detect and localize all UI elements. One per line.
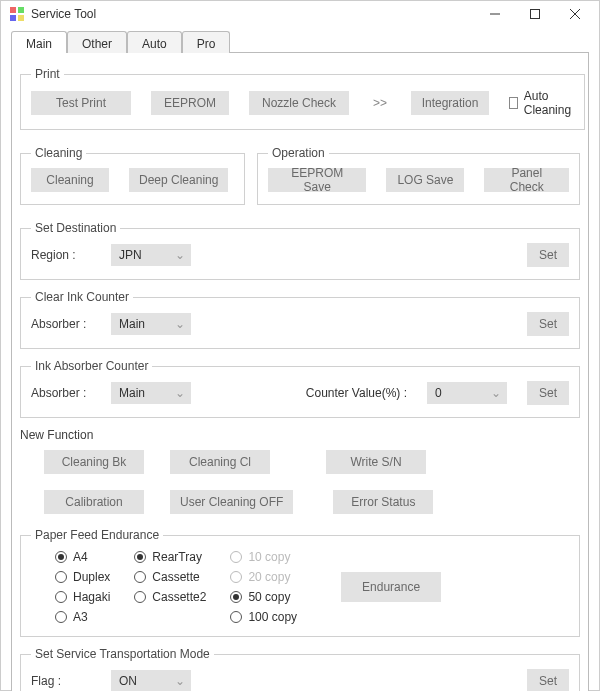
user-cleaning-off-button[interactable]: User Cleaning OFF [170, 490, 293, 514]
region-select[interactable]: JPN ⌄ [111, 244, 191, 266]
svg-rect-3 [18, 15, 24, 21]
tab-main[interactable]: Main [11, 31, 67, 53]
radio-20copy[interactable]: 20 copy [230, 570, 297, 584]
set-destination-set-button[interactable]: Set [527, 243, 569, 267]
absorber-select[interactable]: Main ⌄ [111, 382, 191, 404]
group-legend: Paper Feed Endurance [31, 528, 163, 542]
arrow-icon: >> [369, 96, 391, 110]
radio-icon [134, 571, 146, 583]
eeprom-save-button[interactable]: EEPROM Save [268, 168, 366, 192]
group-operation: Operation EEPROM Save LOG Save Panel Che… [257, 146, 580, 205]
radio-100copy[interactable]: 100 copy [230, 610, 297, 624]
deep-cleaning-button[interactable]: Deep Cleaning [129, 168, 228, 192]
chevron-down-icon: ⌄ [175, 386, 185, 400]
radio-icon [55, 571, 67, 583]
select-value: Main [119, 317, 145, 331]
counter-value-label: Counter Value(%) : [306, 386, 407, 400]
counter-value-select[interactable]: 0 ⌄ [427, 382, 507, 404]
close-button[interactable] [555, 1, 595, 27]
svg-rect-5 [531, 10, 540, 19]
tab-strip: Main Other Auto Pro [11, 31, 589, 53]
group-legend: Set Destination [31, 221, 120, 235]
tabpage-main: Print Test Print EEPROM Nozzle Check >> … [11, 52, 589, 691]
window-title: Service Tool [31, 7, 96, 21]
maximize-button[interactable] [515, 1, 555, 27]
radio-label: Hagaki [73, 590, 110, 604]
radio-icon [55, 551, 67, 563]
cleaning-bk-button[interactable]: Cleaning Bk [44, 450, 144, 474]
clear-ink-set-button[interactable]: Set [527, 312, 569, 336]
cleaning-cl-button[interactable]: Cleaning Cl [170, 450, 270, 474]
new-function-title: New Function [20, 428, 580, 442]
group-legend: Set Service Transportation Mode [31, 647, 214, 661]
tab-other[interactable]: Other [67, 31, 127, 53]
tab-pro[interactable]: Pro [182, 31, 231, 53]
auto-cleaning-checkbox[interactable]: Auto Cleaning [509, 89, 574, 117]
radio-label: 20 copy [248, 570, 290, 584]
radio-a4[interactable]: A4 [55, 550, 110, 564]
radio-label: A4 [73, 550, 88, 564]
flag-label: Flag : [31, 674, 91, 688]
radio-10copy[interactable]: 10 copy [230, 550, 297, 564]
error-status-button[interactable]: Error Status [333, 490, 433, 514]
cleaning-button[interactable]: Cleaning [31, 168, 109, 192]
select-value: 0 [435, 386, 442, 400]
copies-radiogroup: 10 copy 20 copy 50 copy 100 copy [230, 550, 297, 624]
flag-select[interactable]: ON ⌄ [111, 670, 191, 691]
absorber-select[interactable]: Main ⌄ [111, 313, 191, 335]
select-value: Main [119, 386, 145, 400]
chevron-down-icon: ⌄ [175, 317, 185, 331]
radio-icon [230, 611, 242, 623]
radio-icon [55, 611, 67, 623]
radio-icon [230, 551, 242, 563]
radio-a3[interactable]: A3 [55, 610, 110, 624]
region-label: Region : [31, 248, 91, 262]
group-legend: Clear Ink Counter [31, 290, 133, 304]
radio-cassette2[interactable]: Cassette2 [134, 590, 206, 604]
radio-icon [230, 591, 242, 603]
radio-cassette[interactable]: Cassette [134, 570, 206, 584]
tab-label: Auto [142, 37, 167, 51]
absorber-label: Absorber : [31, 317, 91, 331]
svg-rect-1 [18, 7, 24, 13]
group-paper-feed-endurance: Paper Feed Endurance A4 Duplex Hagaki A3… [20, 528, 580, 637]
radio-icon [55, 591, 67, 603]
svg-rect-0 [10, 7, 16, 13]
group-transportation-mode: Set Service Transportation Mode Flag : O… [20, 647, 580, 691]
paper-size-radiogroup: A4 Duplex Hagaki A3 [55, 550, 110, 624]
minimize-button[interactable] [475, 1, 515, 27]
radio-50copy[interactable]: 50 copy [230, 590, 297, 604]
log-save-button[interactable]: LOG Save [386, 168, 464, 192]
test-print-button[interactable]: Test Print [31, 91, 131, 115]
write-sn-button[interactable]: Write S/N [326, 450, 426, 474]
integration-button[interactable]: Integration [411, 91, 489, 115]
endurance-button[interactable]: Endurance [341, 572, 441, 602]
tab-label: Other [82, 37, 112, 51]
radio-label: Cassette2 [152, 590, 206, 604]
radio-reartray[interactable]: RearTray [134, 550, 206, 564]
calibration-button[interactable]: Calibration [44, 490, 144, 514]
nozzle-check-button[interactable]: Nozzle Check [249, 91, 349, 115]
group-print: Print Test Print EEPROM Nozzle Check >> … [20, 67, 585, 130]
panel-check-button[interactable]: Panel Check [484, 168, 569, 192]
group-legend: Cleaning [31, 146, 86, 160]
checkbox-label: Auto Cleaning [524, 89, 575, 117]
tab-auto[interactable]: Auto [127, 31, 182, 53]
group-legend: Ink Absorber Counter [31, 359, 152, 373]
group-legend: Print [31, 67, 64, 81]
tab-label: Pro [197, 37, 216, 51]
eeprom-button[interactable]: EEPROM [151, 91, 229, 115]
group-set-destination: Set Destination Region : JPN ⌄ Set [20, 221, 580, 280]
radio-hagaki[interactable]: Hagaki [55, 590, 110, 604]
ink-absorber-set-button[interactable]: Set [527, 381, 569, 405]
radio-label: A3 [73, 610, 88, 624]
radio-label: 100 copy [248, 610, 297, 624]
radio-icon [134, 551, 146, 563]
transport-set-button[interactable]: Set [527, 669, 569, 691]
radio-duplex[interactable]: Duplex [55, 570, 110, 584]
tab-label: Main [26, 37, 52, 51]
radio-label: Cassette [152, 570, 199, 584]
group-cleaning: Cleaning Cleaning Deep Cleaning [20, 146, 245, 205]
app-icon [9, 6, 25, 22]
select-value: JPN [119, 248, 142, 262]
